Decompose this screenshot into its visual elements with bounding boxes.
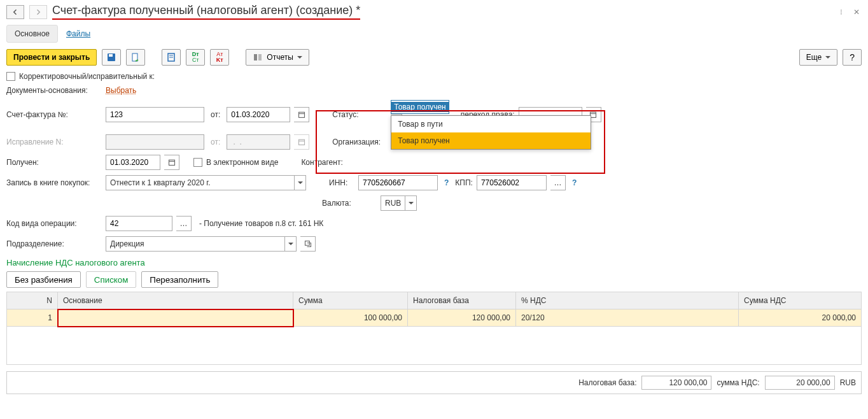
calendar-icon[interactable] bbox=[294, 107, 309, 122]
invoice-num-input[interactable] bbox=[106, 107, 204, 122]
post-button[interactable] bbox=[126, 49, 145, 66]
cell-nb[interactable]: 120 000,00 bbox=[408, 309, 516, 327]
received-date-input[interactable] bbox=[106, 155, 160, 170]
list-button[interactable]: Списком bbox=[86, 271, 137, 288]
total-nb-value: 120 000,00 bbox=[641, 376, 711, 390]
opcode-ellipsis-icon[interactable]: … bbox=[176, 216, 192, 231]
total-nb-label: Налоговая база: bbox=[578, 378, 636, 387]
cell-sum[interactable]: 100 000,00 bbox=[293, 309, 408, 327]
totals-bar: Налоговая база: 120 000,00 сумма НДС: 20… bbox=[6, 371, 862, 394]
invoice-date-input[interactable] bbox=[227, 107, 290, 122]
currency-label: Валюта: bbox=[322, 199, 377, 208]
chevron-down-icon[interactable] bbox=[284, 237, 296, 251]
close-icon[interactable]: ✕ bbox=[851, 7, 862, 17]
kpp-ellipsis-icon[interactable]: … bbox=[550, 175, 566, 190]
currency-select[interactable]: RUB bbox=[381, 195, 417, 211]
tab-main[interactable]: Основное bbox=[6, 25, 58, 43]
status-option-received[interactable]: Товар получен bbox=[391, 132, 591, 149]
chevron-down-icon[interactable] bbox=[294, 176, 305, 190]
subdivision-label: Подразделение: bbox=[6, 239, 102, 248]
svg-rect-6 bbox=[254, 54, 257, 60]
svg-rect-7 bbox=[258, 54, 262, 60]
post-and-close-button[interactable]: Провести и закрыть bbox=[6, 49, 97, 66]
dtkt-green-button[interactable]: DтCт bbox=[186, 49, 205, 66]
counterparty-label: Контрагент: bbox=[301, 158, 356, 167]
calendar-icon[interactable] bbox=[164, 155, 179, 170]
correction-date-input bbox=[227, 134, 290, 150]
chevron-down-icon[interactable] bbox=[405, 196, 416, 210]
corrective-label: Корректировочный/исправительный к: bbox=[19, 72, 155, 81]
calendar-icon bbox=[294, 134, 309, 150]
nav-forward-button[interactable] bbox=[29, 5, 47, 19]
currency-value: RUB bbox=[381, 199, 405, 208]
book-value: Отнести к 1 кварталу 2020 г. bbox=[106, 178, 294, 187]
table-empty-area bbox=[7, 327, 862, 365]
svg-rect-1 bbox=[109, 54, 113, 57]
book-select[interactable]: Отнести к 1 кварталу 2020 г. bbox=[106, 175, 306, 190]
opcode-text: - Получение товаров п.8 ст. 161 НК bbox=[199, 219, 323, 228]
reports-button[interactable]: Отчеты bbox=[246, 49, 309, 66]
from-label: от: bbox=[208, 110, 223, 119]
more-label: Еще bbox=[806, 53, 822, 62]
inn-input[interactable] bbox=[358, 175, 438, 190]
correction-label: Исправление N: bbox=[6, 138, 102, 146]
book-label: Запись в книге покупок: bbox=[6, 178, 102, 187]
total-vat-label: сумма НДС: bbox=[717, 378, 759, 387]
kpp-help-icon[interactable]: ? bbox=[570, 178, 579, 187]
vat-table: N Основание Сумма Налоговая база % НДС С… bbox=[6, 292, 862, 365]
cell-n: 1 bbox=[7, 309, 58, 327]
total-vat-value: 20 000,00 bbox=[765, 376, 835, 390]
subdivision-select[interactable]: Дирекция bbox=[106, 236, 297, 252]
table-row[interactable]: 1 100 000,00 120 000,00 20/120 20 000,00 bbox=[7, 309, 862, 327]
from-label-2: от: bbox=[208, 138, 223, 146]
help-button[interactable]: ? bbox=[843, 49, 862, 66]
col-rate[interactable]: % НДС bbox=[516, 292, 739, 309]
save-button[interactable] bbox=[102, 49, 121, 66]
cell-vat[interactable]: 20 000,00 bbox=[739, 309, 862, 327]
kebab-icon[interactable]: ⁝ bbox=[836, 7, 846, 17]
cell-base[interactable] bbox=[58, 309, 293, 327]
basedoc-link[interactable]: Выбрать bbox=[106, 86, 136, 95]
subdivision-value: Дирекция bbox=[106, 239, 284, 248]
kpp-label: КПП: bbox=[455, 178, 473, 187]
col-vat[interactable]: Сумма НДС bbox=[739, 292, 862, 309]
electronic-checkbox[interactable] bbox=[193, 158, 202, 167]
svg-rect-14 bbox=[169, 160, 174, 165]
structure-button[interactable] bbox=[162, 49, 181, 66]
correction-num-input bbox=[106, 134, 204, 150]
tabs: Основное Файлы bbox=[6, 25, 862, 43]
inn-label: ИНН: bbox=[329, 178, 354, 187]
subdivision-open-icon[interactable] bbox=[300, 236, 316, 252]
corrective-checkbox[interactable] bbox=[6, 72, 15, 81]
section-title: Начисление НДС налогового агента bbox=[6, 258, 862, 267]
received-label: Получен: bbox=[6, 158, 102, 167]
status-option-transit[interactable]: Товар в пути bbox=[391, 116, 591, 132]
col-base[interactable]: Основание bbox=[58, 292, 293, 309]
cell-rate[interactable]: 20/120 bbox=[516, 309, 739, 327]
more-button[interactable]: Еще bbox=[799, 49, 837, 66]
status-label: Статус: bbox=[332, 110, 387, 119]
kpp-input[interactable] bbox=[477, 175, 547, 190]
no-split-button[interactable]: Без разбиения bbox=[6, 271, 81, 288]
col-sum[interactable]: Сумма bbox=[293, 292, 408, 309]
opcode-input[interactable] bbox=[106, 216, 172, 231]
nav-back-button[interactable] bbox=[6, 5, 24, 19]
status-dropdown-popup: Товар в пути Товар получен bbox=[391, 115, 591, 150]
inn-help-icon[interactable]: ? bbox=[442, 178, 451, 187]
svg-rect-8 bbox=[298, 112, 304, 117]
reports-label: Отчеты bbox=[267, 53, 293, 62]
electronic-label: В электронном виде bbox=[206, 158, 278, 167]
tab-files[interactable]: Файлы bbox=[58, 25, 99, 43]
svg-rect-12 bbox=[298, 139, 304, 145]
organization-label: Организация: bbox=[332, 138, 387, 146]
col-nb[interactable]: Налоговая база bbox=[408, 292, 516, 309]
basedoc-label: Документы-основания: bbox=[6, 86, 102, 95]
status-select[interactable]: Товар получен bbox=[391, 100, 449, 114]
page-title: Счет-фактура полученный (налоговый агент… bbox=[52, 4, 360, 20]
refill-button[interactable]: Перезаполнить bbox=[141, 271, 218, 288]
total-currency: RUB bbox=[840, 378, 856, 387]
col-n[interactable]: N bbox=[7, 292, 58, 309]
opcode-label: Код вида операции: bbox=[6, 219, 102, 228]
invoice-num-label: Счет-фактура №: bbox=[6, 110, 102, 119]
dtkt-red-button[interactable]: AтKт bbox=[210, 49, 229, 66]
